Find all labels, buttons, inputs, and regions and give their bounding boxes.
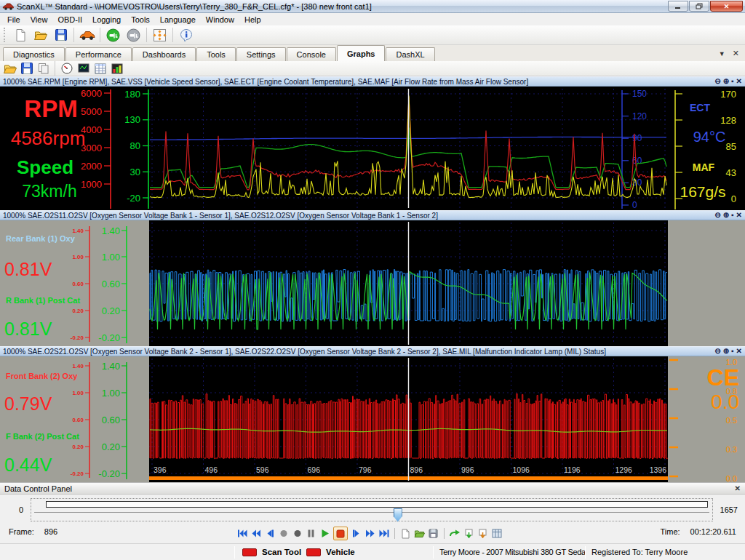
svg-text:0.60: 0.60 bbox=[72, 417, 84, 423]
menu-view[interactable]: View bbox=[25, 15, 53, 25]
data-control-panel: Data Control Panel ✕ 0 1657 Frame:896 Ti… bbox=[0, 482, 745, 543]
graph-panel-header: 1000% SAE.O2S11.O2SV [Oxygen Sensor Volt… bbox=[0, 210, 745, 220]
app-icon bbox=[2, 1, 14, 11]
zoom-out-icon[interactable]: ⊖ bbox=[714, 348, 720, 355]
tab-dashboards[interactable]: Dashboards bbox=[132, 47, 196, 61]
svg-text:Rear Bank (1) Oxy: Rear Bank (1) Oxy bbox=[6, 234, 76, 243]
menu-window[interactable]: Window bbox=[201, 15, 239, 25]
zoom-out-icon[interactable]: ⊖ bbox=[714, 212, 720, 219]
menu-logging[interactable]: Logging bbox=[87, 15, 126, 25]
svg-text:1.00: 1.00 bbox=[72, 254, 84, 260]
new-button[interactable] bbox=[400, 528, 411, 540]
data-control-title-bar: Data Control Panel ✕ bbox=[0, 482, 745, 495]
open-button[interactable] bbox=[2, 62, 17, 76]
step-back-button[interactable] bbox=[264, 528, 275, 540]
disconnect-button[interactable] bbox=[124, 26, 143, 44]
info-button[interactable] bbox=[176, 26, 196, 44]
scanxl-window: ScanXL™ Standard - \\HOMEVOSTRO\Users\Te… bbox=[0, 0, 745, 560]
minimize-button[interactable] bbox=[668, 1, 688, 12]
tab-close-icon[interactable]: ✕ bbox=[733, 49, 739, 58]
copy-button[interactable] bbox=[36, 62, 51, 76]
maximize-panel-icon[interactable]: ▪ bbox=[731, 212, 734, 219]
record-button[interactable] bbox=[278, 528, 289, 540]
dashboard-button[interactable] bbox=[150, 26, 170, 44]
svg-text:1000: 1000 bbox=[81, 179, 102, 190]
close-button[interactable]: ✕ bbox=[710, 1, 743, 12]
maximize-panel-icon[interactable]: ▪ bbox=[731, 78, 734, 85]
menu-obdii[interactable]: OBD-II bbox=[52, 15, 87, 25]
vehicle-button[interactable] bbox=[77, 26, 97, 44]
open-button[interactable] bbox=[414, 528, 425, 540]
connect-button[interactable] bbox=[103, 26, 123, 44]
time-value: 00:12:20.611 bbox=[690, 527, 736, 536]
close-panel-icon[interactable]: ✕ bbox=[736, 212, 742, 219]
zoom-in-icon[interactable]: ⊕ bbox=[723, 212, 729, 219]
play-button[interactable] bbox=[319, 528, 330, 540]
menu-file[interactable]: File bbox=[2, 15, 25, 25]
export-green-button[interactable] bbox=[463, 528, 474, 540]
registered-to: Registered To: Terry Moore bbox=[586, 548, 745, 556]
svg-text:996: 996 bbox=[461, 465, 474, 474]
tab-graphs[interactable]: Graphs bbox=[337, 45, 386, 61]
slider-max-label: 1657 bbox=[720, 505, 738, 514]
data-control-close-icon[interactable]: ✕ bbox=[735, 484, 741, 492]
pause-button[interactable] bbox=[306, 528, 316, 540]
slider-thumb[interactable] bbox=[394, 508, 402, 522]
menu-tools[interactable]: Tools bbox=[126, 15, 155, 25]
svg-text:170: 170 bbox=[720, 89, 736, 100]
grid-button[interactable] bbox=[491, 528, 502, 540]
frame-label: Frame: bbox=[9, 527, 34, 536]
new-button[interactable] bbox=[10, 26, 30, 44]
tab-dashxl[interactable]: DashXL bbox=[386, 47, 434, 61]
status-section-empty bbox=[0, 544, 234, 560]
table-button[interactable] bbox=[92, 62, 108, 76]
svg-text:43: 43 bbox=[726, 167, 736, 178]
save-button[interactable] bbox=[51, 26, 71, 44]
zoom-in-icon[interactable]: ⊕ bbox=[723, 78, 729, 85]
svg-text:0.79V: 0.79V bbox=[4, 393, 52, 414]
rewind-button[interactable] bbox=[250, 528, 261, 540]
graph-panel-header: 1000% SAE.RPM [Engine RPM], SAE.VSS [Veh… bbox=[0, 76, 745, 87]
open-button[interactable] bbox=[31, 26, 50, 44]
skip-end-button[interactable] bbox=[378, 528, 389, 540]
record2-button[interactable] bbox=[292, 528, 303, 540]
chart-button[interactable] bbox=[109, 62, 124, 76]
scan-tool-label: Scan Tool bbox=[262, 548, 301, 556]
save-button[interactable] bbox=[19, 62, 34, 76]
menu-help[interactable]: Help bbox=[239, 15, 266, 25]
close-panel-icon[interactable]: ✕ bbox=[736, 348, 742, 355]
display-button[interactable] bbox=[76, 62, 91, 76]
stop-button[interactable] bbox=[333, 527, 348, 540]
svg-text:1.00: 1.00 bbox=[72, 390, 84, 396]
restore-button[interactable] bbox=[689, 1, 709, 12]
svg-text:0.81V: 0.81V bbox=[4, 259, 52, 279]
zoom-in-icon[interactable]: ⊕ bbox=[723, 348, 729, 355]
zoom-out-icon[interactable]: ⊖ bbox=[714, 78, 720, 85]
tab-tools[interactable]: Tools bbox=[196, 47, 236, 61]
tab-settings[interactable]: Settings bbox=[236, 47, 286, 61]
svg-text:-0.20: -0.20 bbox=[71, 471, 84, 477]
menu-language[interactable]: Language bbox=[155, 15, 201, 25]
svg-text:F Bank (2) Post Cat: F Bank (2) Post Cat bbox=[6, 432, 79, 441]
save-button[interactable] bbox=[428, 528, 439, 540]
skip-start-button[interactable] bbox=[236, 528, 247, 540]
tab-console[interactable]: Console bbox=[287, 47, 336, 61]
gauge-button[interactable] bbox=[59, 62, 74, 76]
tab-diagnostics[interactable]: Diagnostics bbox=[3, 47, 65, 61]
svg-text:R Bank (1) Post Cat: R Bank (1) Post Cat bbox=[6, 296, 80, 305]
export-orange-button[interactable] bbox=[477, 528, 488, 540]
time-label: Time: bbox=[660, 527, 680, 536]
svg-text:73km/h: 73km/h bbox=[22, 182, 76, 201]
tab-overflow-icon[interactable]: ▼ bbox=[719, 50, 725, 57]
close-panel-icon[interactable]: ✕ bbox=[736, 78, 742, 85]
step-forward-button[interactable] bbox=[351, 528, 362, 540]
fast-forward-button[interactable] bbox=[364, 528, 375, 540]
import-button[interactable] bbox=[450, 528, 461, 540]
maximize-panel-icon[interactable]: ▪ bbox=[731, 348, 734, 355]
svg-text:0.5: 0.5 bbox=[726, 416, 737, 425]
toolbar-separator bbox=[73, 28, 74, 42]
svg-text:0.0: 0.0 bbox=[711, 391, 739, 413]
tab-performance[interactable]: Performance bbox=[65, 47, 132, 61]
timeline-slider[interactable] bbox=[31, 498, 712, 521]
timeline-groove bbox=[34, 512, 709, 514]
